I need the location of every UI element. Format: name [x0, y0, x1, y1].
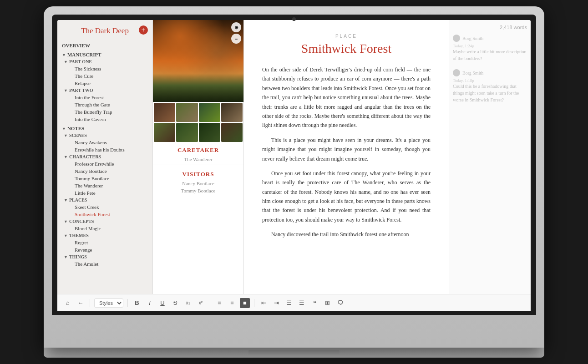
thumb-3[interactable]	[199, 103, 220, 122]
home-button[interactable]: ⌂	[63, 298, 73, 308]
comment-1-avatar	[453, 35, 460, 42]
sidebar-item-scenes[interactable]: ▼SCENES	[57, 132, 152, 139]
separator-3	[210, 299, 210, 307]
sidebar-item-skeet-creek[interactable]: Skeet Creek	[57, 203, 152, 211]
image-zoom-icon[interactable]: ⊕	[231, 22, 241, 32]
laptop-outer: The Dark Deep + OVERVIEW ▼MANUSCRIPT ▼PA…	[44, 6, 544, 348]
sidebar-item-places[interactable]: ▼PLACES	[57, 197, 152, 203]
sidebar-item-overview[interactable]: OVERVIEW	[57, 42, 152, 49]
comment-1-author: Borg Smith	[453, 35, 527, 42]
active-block-button[interactable]: ■	[240, 298, 250, 308]
sidebar-item-sickness[interactable]: The Sickness	[57, 65, 152, 72]
separator-2	[127, 299, 128, 307]
paragraph-4: Nancy discovered the trail into Smithwic…	[262, 230, 431, 239]
comments-panel: 2,418 words Borg Smith Today, 1:24p Mayb…	[449, 20, 531, 294]
place-title: Smithwick Forest	[262, 41, 431, 56]
comment-1-text: Maybe write a little bit more descriptio…	[453, 48, 527, 62]
project-title: The Dark Deep	[81, 26, 129, 35]
thumb-4[interactable]	[221, 103, 243, 122]
sidebar-item-professor[interactable]: Professor Erstwhile	[57, 160, 152, 167]
sidebar-item-tommy-bootlace[interactable]: Tommy Bootlace	[57, 175, 152, 182]
comment-2-date: Today, 1:18p	[453, 78, 527, 83]
sidebar-item-little-pete[interactable]: Little Pete	[57, 189, 152, 197]
italic-button[interactable]: I	[145, 298, 155, 308]
sidebar-item-into-forest[interactable]: Into the Forest	[57, 94, 152, 101]
sidebar-item-amulet[interactable]: The Amulet	[57, 260, 152, 268]
laptop-base	[44, 348, 544, 358]
sidebar-item-manuscript[interactable]: ▼MANUSCRIPT	[57, 51, 152, 58]
list-ordered-button[interactable]: ☰	[297, 298, 307, 308]
comment-1: Borg Smith Today, 1:24p Maybe write a li…	[453, 35, 527, 62]
sidebar-item-part-one[interactable]: ▼PART ONE	[57, 58, 152, 65]
word-count: 2,418 words	[453, 25, 527, 30]
sidebar-item-things[interactable]: ▼THINGS	[57, 253, 152, 260]
app-body: The Dark Deep + OVERVIEW ▼MANUSCRIPT ▼PA…	[57, 20, 531, 294]
sidebar-item-blood-magic[interactable]: Blood Magic	[57, 225, 152, 232]
comment-1-date: Today, 1:24p	[453, 44, 527, 48]
screen-bezel: The Dark Deep + OVERVIEW ▼MANUSCRIPT ▼PA…	[52, 15, 536, 315]
table-button[interactable]: ⊞	[322, 298, 332, 308]
comment-2-text: Could this be a foreshadowing that thing…	[453, 83, 527, 103]
screen-content: The Dark Deep + OVERVIEW ▼MANUSCRIPT ▼PA…	[57, 20, 531, 311]
thumb-1[interactable]	[154, 103, 175, 122]
caretaker-label: CARETAKER	[153, 143, 243, 156]
sidebar-item-butterfly-trap[interactable]: The Butterfly Trap	[57, 108, 152, 116]
image-edit-icon[interactable]: ≡	[231, 34, 241, 44]
forest-main-image[interactable]: ⊕ ≡	[153, 20, 243, 102]
sidebar-item-cure[interactable]: The Cure	[57, 72, 152, 80]
sidebar-title: The Dark Deep +	[57, 20, 152, 39]
align-left-button[interactable]: ≡	[214, 298, 224, 308]
sidebar: The Dark Deep + OVERVIEW ▼MANUSCRIPT ▼PA…	[57, 20, 153, 294]
paragraph-3: Once you set foot under this forest cano…	[262, 169, 431, 224]
sidebar-item-relapse[interactable]: Relapse	[57, 80, 152, 87]
thumb-8[interactable]	[221, 123, 243, 142]
sidebar-item-revenge[interactable]: Revenge	[57, 246, 152, 253]
subscript-button[interactable]: x₂	[183, 298, 193, 308]
visitor2-label[interactable]: Tommy Bootlace	[153, 187, 243, 194]
comment-2-author: Borg Smith	[453, 69, 527, 76]
strike-button[interactable]: S	[170, 298, 180, 308]
thumb-5[interactable]	[154, 123, 175, 142]
main-content: PLACE Smithwick Forest On the other side…	[244, 20, 449, 294]
comment-2-avatar	[453, 69, 460, 76]
list-unordered-button[interactable]: ☰	[284, 298, 294, 308]
sidebar-item-regret[interactable]: Regret	[57, 239, 152, 246]
add-button[interactable]: +	[139, 25, 148, 35]
sidebar-item-concepts[interactable]: ▼CONCEPTS	[57, 218, 152, 225]
indent-dec-button[interactable]: ⇤	[259, 298, 269, 308]
thumb-7[interactable]	[199, 123, 220, 142]
sidebar-item-nancy-bootlace[interactable]: Nancy Bootlace	[57, 167, 152, 175]
comment-1-name: Borg Smith	[462, 36, 483, 41]
visitor1-label[interactable]: Nancy Bootlace	[153, 180, 243, 187]
indent-inc-button[interactable]: ⇥	[271, 298, 281, 308]
sidebar-item-wanderer[interactable]: The Wanderer	[57, 182, 152, 189]
trackpad	[248, 350, 340, 356]
separator-1	[90, 299, 90, 307]
sidebar-item-smithwick-forest[interactable]: Smithwick Forest	[57, 211, 152, 218]
sidebar-item-characters[interactable]: ▼CHARACTERS	[57, 153, 152, 160]
sidebar-item-themes[interactable]: ▼THEMES	[57, 232, 152, 239]
sidebar-item-erstwhile-doubts[interactable]: Erstwhile has his Doubts	[57, 146, 152, 153]
quote-button[interactable]: ❝	[309, 298, 319, 308]
align-center-button[interactable]: ≡	[227, 298, 237, 308]
comment-2: Borg Smith Today, 1:18p Could this be a …	[453, 69, 527, 103]
place-category: PLACE	[262, 34, 431, 39]
sidebar-item-notes[interactable]: ▼NOTES	[57, 125, 152, 132]
sidebar-item-part-two[interactable]: ▼PART TWO	[57, 87, 152, 94]
sidebar-item-through-gate[interactable]: Through the Gate	[57, 101, 152, 108]
separator-4	[254, 299, 254, 307]
wanderer-label[interactable]: The Wanderer	[153, 156, 243, 163]
thumb-6[interactable]	[176, 123, 198, 142]
thumb-2[interactable]	[176, 103, 198, 122]
sidebar-item-nancy-awakens[interactable]: Nancy Awakens	[57, 139, 152, 146]
underline-button[interactable]: U	[157, 298, 167, 308]
superscript-button[interactable]: x²	[196, 298, 206, 308]
sidebar-item-into-cavern[interactable]: Into the Cavern	[57, 116, 152, 123]
comment-button[interactable]: 🗨	[335, 298, 345, 308]
back-button[interactable]: ←	[76, 298, 86, 308]
paragraph-2: This is a place you might have seen in y…	[262, 136, 431, 163]
styles-select[interactable]: Styles	[94, 298, 123, 308]
toolbar: ⌂ ← Styles B I U S x₂ x² ≡ ≡ ■	[57, 294, 531, 311]
bold-button[interactable]: B	[132, 298, 142, 308]
image-overlay-icons: ⊕ ≡	[231, 22, 241, 44]
